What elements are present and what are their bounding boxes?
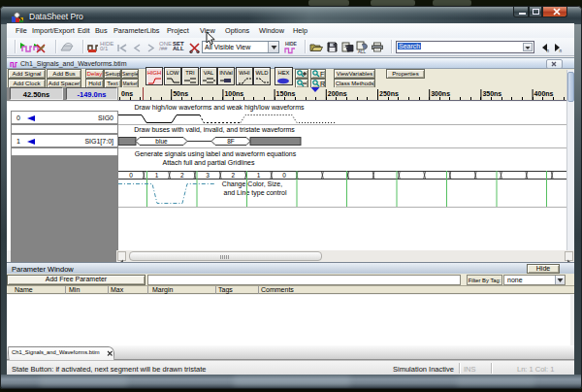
svg-text:1: 1 xyxy=(155,172,159,179)
svg-text:400ns: 400ns xyxy=(534,90,554,97)
svg-text:8F: 8F xyxy=(227,138,235,145)
svg-text:200ns: 200ns xyxy=(328,90,347,97)
svg-text:0ns: 0ns xyxy=(121,90,133,97)
svg-text:R: R xyxy=(320,81,325,87)
svg-text:50ns: 50ns xyxy=(173,90,188,97)
svg-text:2: 2 xyxy=(180,172,184,179)
svg-text:300ns: 300ns xyxy=(431,90,450,97)
svg-text:n: n xyxy=(547,49,550,53)
svg-text:100ns: 100ns xyxy=(224,90,243,97)
svg-text:0: 0 xyxy=(282,172,286,179)
svg-text:blue: blue xyxy=(155,138,168,145)
svg-text:350ns: 350ns xyxy=(482,90,501,97)
svg-text:ALL: ALL xyxy=(358,49,367,54)
svg-text:2: 2 xyxy=(232,172,236,179)
svg-text:3: 3 xyxy=(206,172,210,179)
svg-text:0: 0 xyxy=(129,172,133,179)
svg-text:1: 1 xyxy=(257,172,261,179)
svg-text:150ns: 150ns xyxy=(276,90,296,97)
svg-text:n: n xyxy=(560,49,563,53)
svg-text:250ns: 250ns xyxy=(379,90,399,97)
svg-text:F: F xyxy=(320,71,324,78)
